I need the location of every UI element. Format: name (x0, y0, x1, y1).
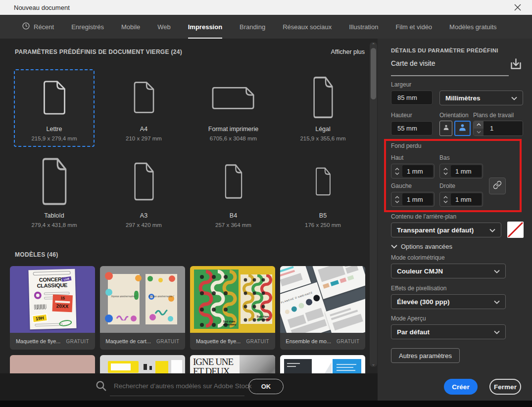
preset-card-a3[interactable]: A3 297 x 420 mm (103, 151, 184, 228)
preset-card-lettre[interactable]: Lettre 215,9 x 279,4 mm (14, 69, 95, 147)
color-mode-select[interactable]: Couleur CMJN (391, 264, 506, 278)
bleed-top-input[interactable]: 1 mm (402, 165, 433, 177)
tab-label: Film et vidéo (395, 23, 432, 31)
stepper-down-icon[interactable] (474, 129, 484, 136)
unit-select[interactable]: Millimètres (439, 90, 523, 105)
thumbnail-art: Joyeux anniversaire ! (145, 274, 177, 324)
scroll-down-icon[interactable]: ⌄ (370, 362, 377, 366)
ok-button[interactable]: OK (248, 379, 284, 394)
bleed-stepper-icons[interactable] (391, 192, 402, 206)
preset-card-format-imprimerie[interactable]: Format imprimerie 6705,6 x 3048 mm (193, 69, 274, 147)
preset-card-b4[interactable]: B4 257 x 364 mm (193, 151, 274, 228)
card-text: Joyeux anniversaire ! (108, 295, 140, 298)
thumbnail-art: Sed diam nonummy (241, 274, 272, 324)
template-name: Maquette de flye... (196, 338, 241, 344)
templates-row: CONCERT CLASSIQUE LIVE 15 20XX 19H (10, 266, 365, 350)
preset-name-input[interactable]: Carte de visite (391, 59, 435, 67)
search-icon (95, 380, 107, 394)
bleed-link-button[interactable] (489, 178, 506, 194)
template-badge: GRATUIT (156, 339, 180, 344)
preset-name: Légal (284, 126, 362, 133)
fermer-button[interactable]: Fermer (489, 379, 521, 395)
page-icon (311, 75, 336, 122)
tab-label: Web (157, 23, 171, 31)
autres-parametres-button[interactable]: Autres paramètres (391, 348, 460, 363)
artboards-stepper: 1 (473, 121, 523, 136)
bleed-stepper-icons[interactable] (440, 164, 451, 178)
template-thumbnail: Joyeux anniversaire ! Joyeux anniversair… (100, 266, 185, 333)
raster-effects-select[interactable]: Élevée (300 ppp) (391, 294, 506, 309)
page-icon (211, 85, 256, 113)
transparent-swatch-icon[interactable] (507, 222, 524, 238)
page-icon (131, 80, 157, 117)
preset-card-tabloid[interactable]: Tabloïd 279,4 x 431,8 mm (14, 151, 95, 228)
artboards-input[interactable]: 1 (484, 121, 523, 136)
bas-label: Bas (439, 154, 450, 161)
template-name: Maquette de cart... (105, 338, 151, 344)
save-preset-icon[interactable] (509, 57, 523, 73)
template-card-flyer-retro[interactable]: Sed diam nonummy (190, 266, 275, 350)
tab-recent[interactable]: Récent (22, 15, 54, 39)
largeur-input[interactable]: 85 mm (391, 90, 433, 105)
stepper-up-icon[interactable] (474, 121, 484, 129)
bleed-right-input[interactable]: 1 mm (451, 193, 482, 205)
preset-card-b5[interactable]: B5 176 x 250 mm (283, 151, 363, 228)
tab-film-et-video[interactable]: Film et vidéo (395, 15, 432, 39)
preset-card-legal[interactable]: Légal 215,9 x 355,6 mm (283, 69, 363, 147)
tab-web[interactable]: Web (157, 15, 171, 39)
background-select[interactable]: Transparent (par défaut) (391, 223, 501, 237)
bleed-bottom-field: 1 mm (439, 164, 483, 179)
preset-details-panel: DÉTAILS DU PARAMÈTRE PRÉDÉFINI Carte de … (378, 39, 532, 407)
page-icon (132, 161, 156, 204)
thumbnail-art: Joyeux anniversaire ! (108, 274, 140, 324)
advanced-options-toggle[interactable]: Options avancées (391, 243, 452, 250)
chevron-down-icon (391, 243, 397, 250)
gauche-label: Gauche (391, 182, 412, 189)
tab-branding[interactable]: Branding (240, 15, 265, 39)
creer-button[interactable]: Créer (444, 379, 478, 395)
category-tabbar: Récent Enregistrés Mobile Web Impression… (0, 15, 532, 39)
chain-link-icon (493, 181, 502, 191)
page-icon (314, 166, 333, 199)
hauteur-input[interactable]: 55 mm (391, 121, 433, 136)
presets-header: PARAMÈTRES PRÉDÉFINIS DE DOCUMENT VIERGE… (15, 48, 365, 55)
search-input[interactable]: Rechercher d’autres modèles sur Adobe St… (114, 382, 251, 390)
haut-label: Haut (391, 154, 403, 161)
bleed-top-field: 1 mm (391, 164, 435, 179)
orientation-portrait-button[interactable] (439, 121, 452, 136)
bleed-left-input[interactable]: 1 mm (402, 193, 433, 205)
bleed-stepper-icons[interactable] (391, 164, 402, 178)
orientation-landscape-button[interactable] (454, 121, 471, 136)
scrollbar-thumb[interactable] (371, 48, 376, 99)
tab-enregistres[interactable]: Enregistrés (71, 15, 104, 39)
template-name: Maquette de flye... (16, 338, 61, 344)
template-card-flyer-concert[interactable]: CONCERT CLASSIQUE LIVE 15 20XX 19H (10, 266, 95, 350)
tab-reseaux-sociaux[interactable]: Réseaux sociaux (283, 15, 332, 39)
preview-mode-select[interactable]: Par défaut (391, 324, 506, 339)
preset-card-a4[interactable]: A4 210 x 297 mm (103, 69, 184, 147)
tab-illustration[interactable]: Illustration (349, 15, 378, 39)
template-card-ensemble-modeles[interactable]: PLANCHE D’AMBIANCE (280, 266, 365, 350)
preset-dims: 215,9 x 355,6 mm (284, 136, 362, 141)
chevron-down-icon (511, 93, 517, 102)
preset-name: Format imprimerie (194, 126, 273, 133)
tab-modeles-gratuits[interactable]: Modèles gratuits (449, 15, 496, 39)
scrollbar[interactable]: ⌃ ⌄ (370, 42, 377, 367)
template-name: Ensemble de mo... (286, 338, 331, 344)
bleed-left-field: 1 mm (391, 192, 435, 207)
tab-mobile[interactable]: Mobile (121, 15, 140, 39)
droite-label: Droite (439, 182, 455, 189)
details-header: DÉTAILS DU PARAMÈTRE PRÉDÉFINI (391, 47, 498, 53)
close-icon[interactable] (511, 1, 524, 14)
page-icon (39, 156, 70, 209)
scroll-up-icon[interactable]: ⌃ (370, 43, 377, 47)
bleed-bottom-input[interactable]: 1 mm (451, 165, 482, 177)
preset-name: Lettre (15, 126, 94, 133)
show-more-link[interactable]: Afficher plus (331, 48, 365, 55)
bleed-right-field: 1 mm (439, 192, 483, 207)
bottom-edge (0, 401, 532, 407)
bleed-stepper-icons[interactable] (440, 192, 451, 206)
tab-impression[interactable]: Impression (188, 15, 222, 39)
page-icon (41, 79, 68, 118)
template-card-carte-anniversaire[interactable]: Joyeux anniversaire ! Joyeux anniversair… (100, 266, 185, 350)
